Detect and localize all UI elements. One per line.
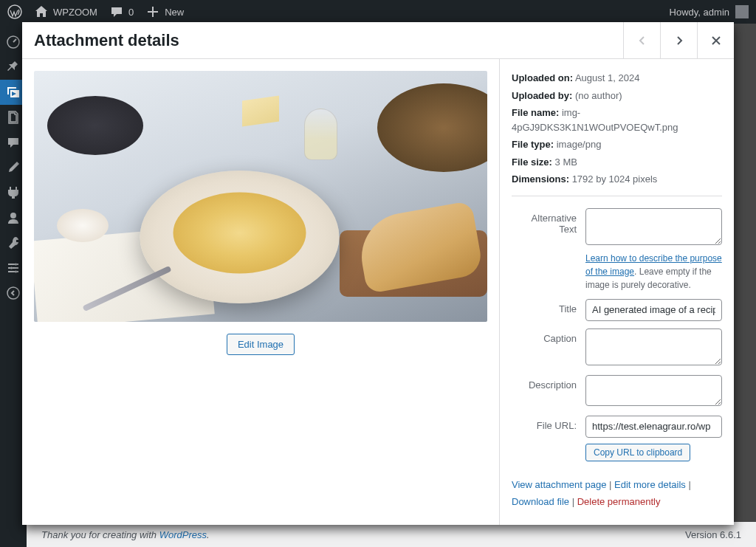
tools-icon bbox=[6, 235, 21, 250]
attachment-details-modal: Attachment details bbox=[22, 22, 734, 525]
plus-icon bbox=[145, 4, 160, 19]
meta-dimensions: Dimensions: 1792 by 1024 pixels bbox=[512, 172, 722, 187]
comments-link[interactable]: 0 bbox=[109, 4, 134, 19]
admin-footer: Thank you for creating with WordPress. V… bbox=[27, 522, 756, 547]
copy-url-button[interactable]: Copy URL to clipboard bbox=[585, 444, 690, 461]
footer-wordpress-link[interactable]: WordPress bbox=[159, 529, 207, 540]
caption-label: Caption bbox=[512, 328, 585, 344]
next-attachment-button[interactable] bbox=[660, 22, 697, 59]
media-icon bbox=[6, 85, 21, 100]
footer-thanks-prefix: Thank you for creating with bbox=[41, 529, 159, 540]
brush-icon bbox=[6, 160, 21, 175]
alt-text-label: Alternative Text bbox=[512, 208, 585, 235]
title-label: Title bbox=[512, 299, 585, 314]
pages-icon bbox=[6, 110, 21, 125]
new-label: New bbox=[165, 7, 184, 18]
plugin-icon bbox=[6, 185, 21, 200]
admin-bar: WPZOOM 0 New Howdy, admin bbox=[0, 0, 756, 24]
edit-more-details-link[interactable]: Edit more details bbox=[614, 479, 686, 490]
meta-divider bbox=[512, 196, 722, 196]
pin-icon bbox=[6, 60, 21, 75]
users-icon bbox=[6, 210, 21, 225]
meta-file-size: File size: 3 MB bbox=[512, 155, 722, 170]
alt-text-help: Learn how to describe the purpose of the… bbox=[585, 252, 722, 292]
modal-details-panel: Uploaded on: August 1, 2024 Uploaded by:… bbox=[499, 59, 734, 525]
view-attachment-link[interactable]: View attachment page bbox=[512, 479, 606, 490]
modal-image-panel: Edit Image bbox=[22, 59, 499, 525]
comment-icon bbox=[109, 4, 124, 19]
caption-input[interactable] bbox=[585, 328, 722, 365]
collapse-icon bbox=[6, 286, 21, 300]
description-input[interactable] bbox=[585, 375, 722, 406]
svg-point-3 bbox=[15, 264, 17, 266]
file-url-input[interactable] bbox=[585, 416, 722, 438]
prev-attachment-button bbox=[623, 22, 660, 59]
svg-point-2 bbox=[10, 213, 16, 219]
close-icon bbox=[709, 33, 724, 48]
comments-icon bbox=[6, 135, 21, 150]
settings-icon bbox=[6, 261, 21, 275]
chevron-left-icon bbox=[635, 33, 650, 48]
site-name-text: WPZOOM bbox=[53, 7, 97, 18]
alt-text-input[interactable] bbox=[585, 208, 722, 245]
delete-permanently-link[interactable]: Delete permanently bbox=[577, 496, 661, 507]
description-label: Description bbox=[512, 375, 585, 391]
comments-count: 0 bbox=[128, 7, 134, 18]
attachment-action-links: View attachment page | Edit more details… bbox=[512, 476, 722, 511]
meta-uploaded-on: Uploaded on: August 1, 2024 bbox=[512, 71, 722, 86]
file-url-label: File URL: bbox=[512, 416, 585, 431]
meta-file-type: File type: image/png bbox=[512, 137, 722, 152]
account-menu[interactable]: Howdy, admin bbox=[670, 5, 749, 18]
svg-point-6 bbox=[7, 287, 19, 299]
chevron-right-icon bbox=[672, 33, 687, 48]
avatar bbox=[735, 5, 749, 18]
modal-title: Attachment details bbox=[34, 31, 179, 50]
svg-point-4 bbox=[10, 267, 13, 269]
attachment-image-preview[interactable] bbox=[34, 71, 487, 322]
footer-version: Version 6.6.1 bbox=[685, 529, 741, 540]
meta-uploaded-by: Uploaded by: (no author) bbox=[512, 89, 722, 103]
wordpress-icon bbox=[7, 4, 22, 19]
howdy-text: Howdy, admin bbox=[670, 7, 729, 18]
edit-image-button[interactable]: Edit Image bbox=[227, 334, 295, 355]
dashboard-icon bbox=[6, 35, 21, 49]
home-icon bbox=[34, 4, 49, 19]
new-content-link[interactable]: New bbox=[145, 4, 184, 19]
download-file-link[interactable]: Download file bbox=[512, 496, 569, 507]
title-input[interactable] bbox=[585, 299, 722, 321]
modal-header: Attachment details bbox=[22, 22, 734, 59]
site-name-link[interactable]: WPZOOM bbox=[34, 4, 97, 19]
meta-file-name: File name: img-4pGJ9DKS3K1N1WOutPVOEQwT.… bbox=[512, 106, 722, 134]
svg-point-5 bbox=[15, 271, 17, 273]
close-modal-button[interactable] bbox=[697, 22, 734, 59]
wp-logo[interactable] bbox=[7, 4, 22, 19]
